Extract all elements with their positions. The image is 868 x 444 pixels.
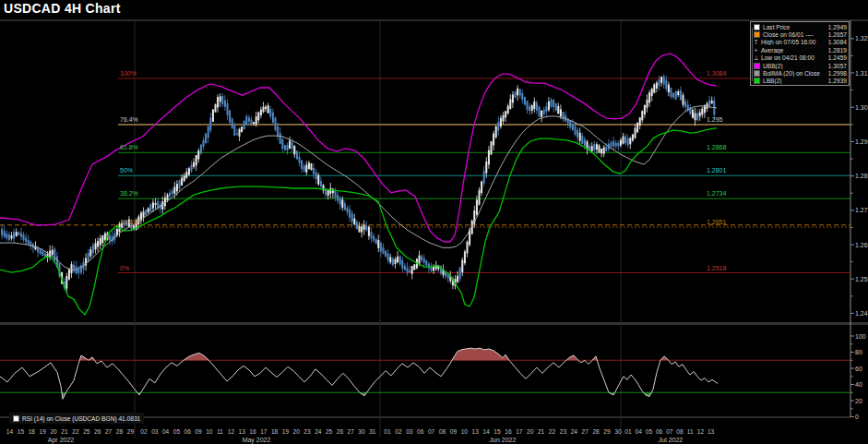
candle-body <box>148 208 149 212</box>
candle-body <box>287 145 289 150</box>
legend-row[interactable]: UBB(2)1.3057 <box>754 62 847 69</box>
date-axis-day: 27 <box>105 428 112 435</box>
legend-row[interactable]: Last Price1.2949 <box>754 23 847 30</box>
main-panel-group[interactable] <box>0 54 850 315</box>
legend-swatch-icon <box>754 78 760 84</box>
candle-body <box>491 141 493 154</box>
date-axis-day: 28 <box>592 428 599 435</box>
candle-body <box>512 94 514 102</box>
price-axis-label: 1.31 <box>855 70 868 77</box>
candle-body <box>167 195 169 201</box>
candle-body <box>200 145 202 154</box>
candle-body <box>553 100 554 106</box>
date-axis-day: 03 <box>151 428 158 435</box>
legend-row-value: 1.3084 <box>828 39 847 45</box>
fib-pct-label: 0% <box>120 265 129 271</box>
date-axis-day: 12 <box>697 428 704 435</box>
candle-body <box>179 180 181 188</box>
candle-body <box>20 233 22 237</box>
candle-body <box>299 157 301 163</box>
date-axis-day: 04 <box>162 428 169 435</box>
date-axis-day: 28 <box>116 428 123 435</box>
date-axis-day: 13 <box>707 428 714 435</box>
candle-body <box>173 186 175 193</box>
legend-row-value: 1.2819 <box>828 47 847 54</box>
candle-body <box>281 139 283 149</box>
candle-body <box>495 126 497 138</box>
price-axis-label: 1.29 <box>855 138 868 145</box>
candle-body <box>233 126 235 136</box>
candle-body <box>227 103 229 115</box>
date-axis-day: 02 <box>395 428 401 435</box>
candle-body <box>341 199 343 208</box>
candle-body <box>11 235 13 238</box>
date-axis-day: 14 <box>6 428 13 435</box>
candle-body <box>221 96 223 104</box>
candle-body <box>368 227 370 236</box>
candle-body <box>68 270 70 280</box>
date-axis-day: 06 <box>184 428 191 435</box>
fib-price-label: 1.2734 <box>707 190 726 197</box>
candle-body <box>659 79 660 85</box>
candle-body <box>263 107 265 113</box>
candle-body <box>596 144 598 150</box>
candle-body <box>708 101 710 106</box>
legend-row-value: 1.2459 <box>828 54 847 61</box>
candle-body <box>521 93 523 100</box>
candle-body <box>301 161 303 169</box>
candle-body <box>413 264 415 270</box>
candle-body <box>291 142 293 149</box>
candle-body <box>644 105 646 114</box>
candle-body <box>421 257 422 260</box>
candle-body <box>25 238 27 242</box>
date-axis-month: Apr 2022 <box>48 437 74 443</box>
candle-body <box>269 109 271 116</box>
candle-body <box>335 191 337 198</box>
candle-body <box>505 111 506 117</box>
candle-body <box>371 232 373 238</box>
candle-body <box>95 243 97 249</box>
candle-body <box>397 257 398 262</box>
rsi-axis-label: 60 <box>855 366 862 372</box>
candle-body <box>675 91 677 99</box>
legend-row[interactable]: THigh on 07/05 16:001.3084 <box>754 39 847 46</box>
candle-body <box>185 172 187 177</box>
candle-body <box>392 258 394 265</box>
candle-body <box>519 90 521 96</box>
candle-body <box>97 241 99 247</box>
legend-row[interactable]: Close on 06/01 ----1.2657 <box>754 30 847 38</box>
date-axis-day: 10 <box>206 428 212 435</box>
candle-body <box>409 270 410 272</box>
candle-body <box>272 113 274 123</box>
candle-body <box>711 101 713 103</box>
candle-body <box>515 91 517 97</box>
candle-body <box>363 225 365 230</box>
candle-body <box>461 260 463 272</box>
candle-body <box>572 125 574 130</box>
candle-body <box>636 123 638 132</box>
candle-body <box>315 172 317 178</box>
candle-body <box>208 126 209 138</box>
legend-row[interactable]: +Average1.2819 <box>754 46 847 54</box>
candle-body <box>377 240 379 248</box>
rsi-legend[interactable]: RSI (14) on Close (USDCAD BGN) 41.0831 <box>9 413 144 424</box>
rsi-panel-group[interactable] <box>0 348 850 399</box>
legend-row-label: Close on 06/01 ---- <box>763 31 826 38</box>
candle-body <box>639 117 641 126</box>
date-axis-day: 12 <box>228 428 234 435</box>
candle-body <box>23 234 25 240</box>
panel-divider <box>0 322 868 325</box>
candle-body <box>533 102 535 109</box>
date-axis-day: 24 <box>571 428 577 435</box>
candle-body <box>305 165 307 173</box>
legend-row[interactable]: ⊥Low on 04/21 08:001.2459 <box>754 54 847 62</box>
candle-body <box>383 247 385 254</box>
candle-body <box>560 109 562 116</box>
legend-row[interactable]: BollMA (20) on Close1.2998 <box>754 69 847 77</box>
candle-body <box>641 111 643 120</box>
price-axis-label: 1.24 <box>855 310 868 317</box>
legend-row-value: 1.2949 <box>828 24 847 30</box>
candle-body <box>161 201 163 210</box>
date-axis-day: 23 <box>303 428 310 435</box>
legend-row[interactable]: LBB(2)1.2939 <box>754 78 847 85</box>
